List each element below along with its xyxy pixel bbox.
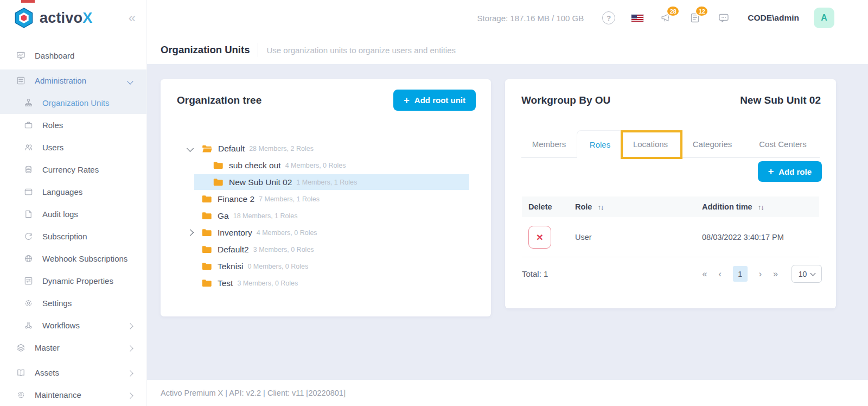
add-root-unit-button[interactable]: + Add root unit	[393, 90, 476, 111]
chat-icon	[718, 12, 730, 24]
sidebar-item-workflows[interactable]: Workflows	[0, 314, 146, 337]
column-header-delete: Delete	[522, 202, 569, 211]
organization-tree: Default 28 Members, 2 Roles sub check ou…	[161, 112, 491, 291]
red-artifact-fragment	[21, 0, 35, 3]
tab-members[interactable]: Members	[521, 130, 577, 157]
plus-icon: +	[404, 96, 410, 105]
tab-roles[interactable]: Roles	[577, 130, 623, 158]
language-flag-button[interactable]	[630, 11, 644, 25]
approvals-button[interactable]: 12	[688, 11, 702, 25]
sidebar-item-dynamic-properties[interactable]: Dynamic Properties	[0, 270, 146, 292]
pagination-first-button[interactable]: «	[703, 269, 707, 279]
sidebar-item-webhook-subscriptions[interactable]: Webhook Subscriptions	[0, 248, 146, 270]
sidebar-item-administration[interactable]: Administration	[0, 69, 146, 92]
tab-label: Categories	[693, 139, 732, 149]
tab-cost-centers[interactable]: Cost Centers	[747, 130, 819, 157]
folder-icon	[202, 262, 212, 270]
gear-icon	[23, 298, 34, 309]
tree-collapse-toggle[interactable]	[188, 146, 202, 151]
coins-icon	[23, 164, 34, 175]
footer-bar: Activo Premium X | API: v2.2 | Client: v…	[146, 380, 868, 406]
pagination-last-button[interactable]: »	[773, 269, 778, 279]
tree-node-sub-check-out[interactable]: sub check out 4 Members, 0 Roles	[188, 157, 469, 174]
help-button[interactable]: ?	[602, 11, 616, 25]
plus-icon: +	[768, 167, 774, 176]
sidebar-item-users[interactable]: Users	[0, 136, 146, 158]
tree-node-name: Default	[218, 144, 245, 154]
sidebar-item-label: Users	[42, 143, 63, 152]
sidebar-item-label: Roles	[42, 120, 63, 130]
sidebar-collapse-icon[interactable]: «	[129, 11, 135, 24]
brand-name: activoX	[40, 10, 92, 27]
tree-node-name: Default2	[218, 245, 249, 255]
maintenance-icon	[15, 390, 26, 401]
page-subtitle: Use organization units to organize users…	[266, 46, 456, 55]
tree-node-new-sub-unit-02[interactable]: New Sub Unit 02 1 Members, 1 Roles	[188, 174, 469, 191]
sidebar-item-organization-units[interactable]: Organization Units	[0, 92, 146, 114]
sidebar-item-label: Settings	[42, 299, 72, 308]
sidebar-item-dashboard[interactable]: Dashboard	[0, 45, 146, 67]
tree-node-name: Test	[218, 278, 233, 288]
current-user-label[interactable]: CODE\admin	[748, 13, 799, 23]
sidebar-item-maintenance[interactable]: Maintenance	[0, 384, 146, 406]
table-row: × User 08/03/2022 3:40:17 PM	[522, 217, 819, 257]
users-icon	[23, 142, 34, 153]
add-role-button[interactable]: + Add role	[758, 161, 822, 182]
tree-node-ga[interactable]: Ga 18 Members, 1 Roles	[188, 207, 469, 224]
sidebar-item-languages[interactable]: Languages	[0, 181, 146, 203]
sort-icon[interactable]: ↑↓	[758, 203, 764, 211]
tree-node-teknisi[interactable]: Teknisi 0 Members, 0 Roles	[188, 258, 469, 275]
tree-expand-toggle[interactable]	[188, 230, 202, 235]
tree-node-meta: 4 Members, 0 Roles	[257, 229, 317, 237]
column-header-role: Role↑↓	[569, 202, 695, 211]
tree-node-test[interactable]: Test 3 Members, 0 Roles	[188, 275, 469, 291]
administration-icon	[15, 75, 26, 86]
workflow-icon	[23, 320, 34, 331]
column-header-label: Role	[575, 202, 592, 211]
sidebar-item-assets[interactable]: Assets	[0, 361, 146, 384]
delete-role-button[interactable]: ×	[528, 226, 551, 249]
roles-table-header: Delete Role↑↓ Addition time↑↓	[522, 196, 819, 217]
pagination-page-1[interactable]: 1	[733, 266, 748, 282]
tree-node-meta: 18 Members, 1 Roles	[233, 212, 298, 220]
page-size-select[interactable]: 10	[792, 265, 822, 283]
sidebar-item-label: Administration	[35, 76, 86, 85]
folder-icon	[202, 195, 212, 203]
chevron-right-icon	[128, 343, 132, 353]
tree-node-inventory[interactable]: Inventory 4 Members, 0 Roles	[188, 224, 469, 241]
notifications-badge: 28	[666, 5, 680, 17]
sidebar-item-master[interactable]: Master	[0, 337, 146, 359]
avatar[interactable]: A	[814, 8, 834, 28]
sidebar-item-label: Dashboard	[35, 51, 74, 60]
sidebar-item-label: Subscription	[42, 232, 87, 241]
tab-categories[interactable]: Categories	[678, 130, 747, 157]
tree-node-default[interactable]: Default 28 Members, 2 Roles	[188, 140, 469, 157]
pagination-next-button[interactable]: ›	[759, 269, 762, 279]
sidebar-item-label: Workflows	[42, 321, 80, 330]
sidebar-item-label: Organization Units	[42, 98, 109, 107]
column-header-label: Addition time	[702, 202, 752, 211]
chat-button[interactable]	[717, 11, 731, 25]
administration-group: Administration Organization Units	[0, 69, 146, 114]
sidebar-item-subscription[interactable]: Subscription	[0, 225, 146, 248]
brand-name-text: activo	[40, 10, 82, 26]
logo-row: activoX «	[0, 0, 146, 36]
workgroup-card: Workgroup By OU New Sub Unit 02 Members …	[505, 79, 836, 308]
pagination-prev-button[interactable]: ‹	[718, 269, 721, 279]
activo-logo-icon	[13, 7, 35, 29]
tree-node-meta: 1 Members, 1 Roles	[296, 179, 357, 186]
folder-icon	[202, 229, 212, 237]
footer-version-text: Activo Premium X | API: v2.2 | Client: v…	[161, 389, 346, 397]
sidebar-item-label: Maintenance	[35, 390, 81, 399]
roles-table: Delete Role↑↓ Addition time↑↓ × User 08/…	[522, 196, 819, 257]
tab-locations[interactable]: Locations	[623, 130, 678, 157]
sidebar-item-settings[interactable]: Settings	[0, 292, 146, 314]
tree-node-finance-2[interactable]: Finance 2 7 Members, 1 Roles	[188, 191, 469, 207]
sidebar-item-currency-rates[interactable]: Currency Rates	[0, 158, 146, 181]
sidebar-item-audit-logs[interactable]: Audit logs	[0, 203, 146, 225]
sort-icon[interactable]: ↑↓	[597, 203, 603, 211]
notifications-button[interactable]: 28	[659, 11, 673, 25]
tree-node-default2[interactable]: Default2 3 Members, 0 Roles	[188, 241, 469, 258]
top-header: Storage: 187.16 MB / 100 GB ? 28 12 CODE…	[146, 0, 868, 36]
sidebar-item-roles[interactable]: Roles	[0, 114, 146, 136]
